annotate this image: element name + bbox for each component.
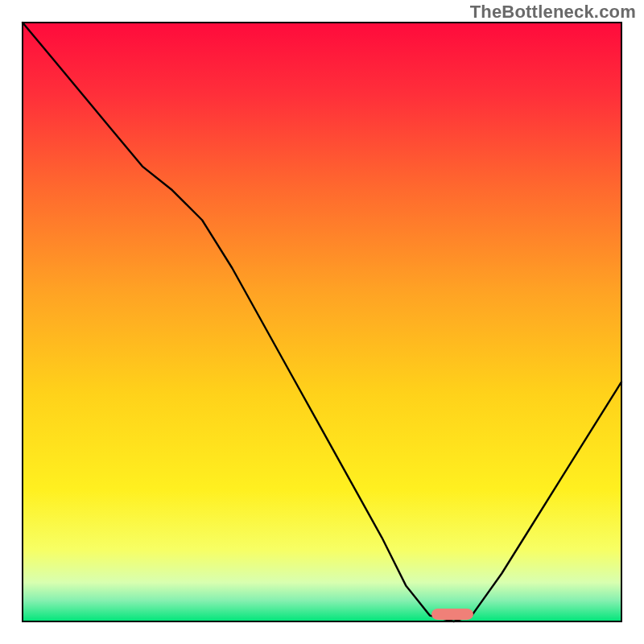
bottleneck-chart (0, 0, 644, 644)
plot-background (23, 23, 621, 621)
chart-stage: TheBottleneck.com (0, 0, 644, 644)
optimal-zone-marker (431, 609, 473, 620)
